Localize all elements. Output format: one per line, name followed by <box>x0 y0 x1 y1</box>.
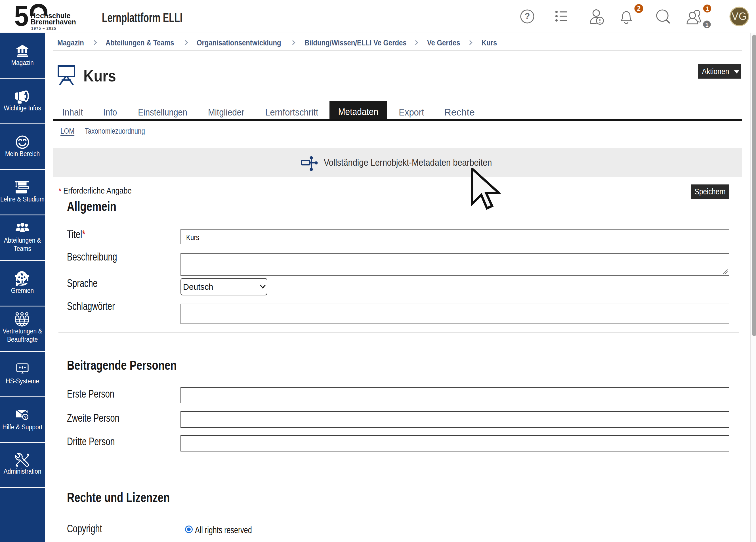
svg-text:1: 1 <box>705 21 708 28</box>
svg-text:?: ? <box>525 11 530 21</box>
svg-text:2: 2 <box>637 5 641 12</box>
svg-text:1: 1 <box>705 5 709 12</box>
svg-text:VG: VG <box>732 10 747 22</box>
svg-text:?: ? <box>24 415 26 419</box>
